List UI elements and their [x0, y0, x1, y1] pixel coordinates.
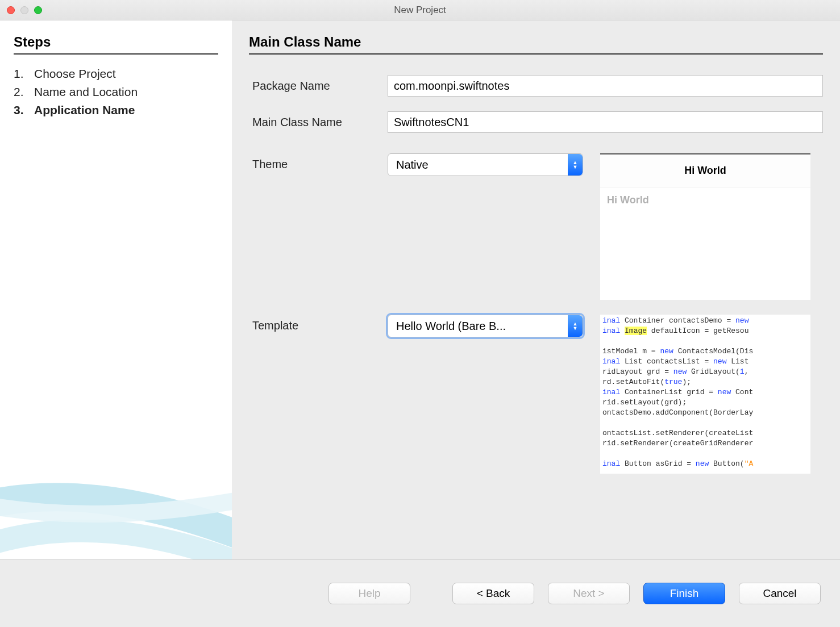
back-button[interactable]: < Back — [452, 583, 534, 604]
theme-label: Theme — [249, 153, 388, 171]
titlebar: New Project — [0, 0, 840, 20]
theme-preview: Hi World Hi World — [600, 153, 810, 300]
cancel-button[interactable]: Cancel — [739, 583, 821, 604]
step-name-location: 2. Name and Location — [14, 83, 218, 101]
theme-select-value: Native — [396, 158, 429, 172]
step-label: Name and Location — [34, 85, 138, 99]
package-name-input[interactable] — [388, 75, 823, 97]
minimize-window-icon — [20, 6, 28, 14]
steps-sidebar: Steps 1. Choose Project 2. Name and Loca… — [0, 20, 232, 559]
window-controls — [7, 6, 42, 14]
help-button[interactable]: Help — [328, 583, 410, 604]
updown-arrows-icon: ▲▼ — [568, 315, 583, 337]
step-number: 1. — [14, 67, 26, 81]
template-code-preview: inal Container contactsDemo = new inal I… — [600, 315, 810, 474]
theme-select[interactable]: Native ▲▼ — [388, 153, 583, 176]
theme-preview-body: Hi World — [600, 187, 810, 213]
zoom-window-icon[interactable] — [34, 6, 42, 14]
template-select-value: Hello World (Bare B... — [396, 320, 506, 333]
step-label: Application Name — [34, 103, 135, 117]
main-panel: Main Class Name Package Name Main Class … — [232, 20, 840, 559]
finish-button[interactable]: Finish — [643, 583, 725, 604]
step-application-name: 3. Application Name — [14, 101, 218, 119]
template-select[interactable]: Hello World (Bare B... ▲▼ — [388, 315, 583, 337]
steps-heading: Steps — [14, 34, 218, 55]
window-title: New Project — [0, 5, 840, 16]
template-label: Template — [249, 315, 388, 332]
next-button: Next > — [548, 583, 630, 604]
close-window-icon[interactable] — [7, 6, 15, 14]
main-class-input[interactable] — [388, 111, 823, 133]
theme-preview-title: Hi World — [600, 154, 810, 187]
steps-list: 1. Choose Project 2. Name and Location 3… — [14, 65, 218, 119]
package-name-label: Package Name — [249, 80, 388, 93]
main-class-label: Main Class Name — [249, 116, 388, 129]
step-choose-project: 1. Choose Project — [14, 65, 218, 83]
dialog-footer: Help < Back Next > Finish Cancel — [0, 560, 840, 627]
step-number: 3. — [14, 103, 26, 117]
step-label: Choose Project — [34, 67, 116, 81]
step-number: 2. — [14, 85, 26, 99]
updown-arrows-icon: ▲▼ — [568, 154, 583, 175]
sidebar-decoration — [0, 423, 232, 559]
main-heading: Main Class Name — [249, 34, 823, 55]
